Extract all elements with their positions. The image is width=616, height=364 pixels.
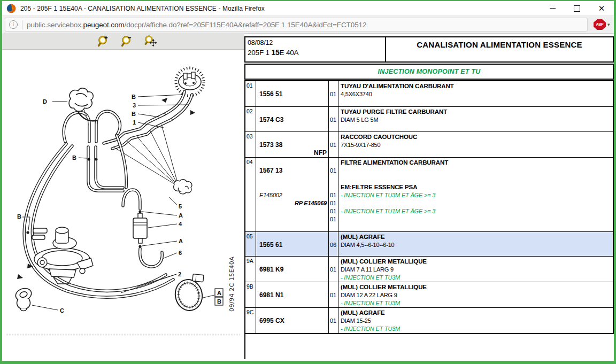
reference-bold: 15 (271, 48, 279, 57)
document-banner: INJECTION MONOPOINT ET TU (244, 64, 614, 80)
table-row[interactable]: 9C 6995 CX 01 (MUL) AGRAFEDIAM 15-25- IN… (245, 308, 613, 333)
url-separator (22, 20, 22, 29)
hose-clamp-drawing (172, 272, 211, 313)
parts-table-body: 01 1556 51 01TUYAU D'ALIMENTATION CARBUR… (245, 81, 613, 333)
zoom-pan-icon[interactable] (144, 35, 157, 48)
document-reference: 205F 1 15E 40A (248, 48, 385, 57)
maximize-button[interactable] (565, 1, 589, 16)
row-part-number: 6981 K9 (256, 257, 329, 282)
window-border-bottom (0, 361, 616, 364)
row-index: 01 (245, 81, 256, 106)
table-row[interactable]: 9B 6981 N1 01 (MUL) COLLIER METALLIQUEDI… (245, 282, 613, 308)
diagram-label-2: 2 (178, 271, 181, 277)
row-quantity: 01 (329, 132, 338, 157)
row-description: FILTRE ALIMENTATION CARBURANT EM:FILTRE … (338, 158, 613, 231)
diagram-label-a2: A (179, 238, 183, 244)
diagram-label-b4: B (17, 213, 21, 220)
parts-table: 01 1556 51 01TUYAU D'ALIMENTATION CARBUR… (244, 80, 614, 334)
row-quantity: 01 (329, 282, 338, 307)
document-title: CANALISATION ALIMENTATION ESSENCE (417, 40, 582, 61)
table-row[interactable]: 04 1567 13 E145002RP E145069 01 01010101… (245, 158, 613, 232)
row-part-number: 1567 13 E145002RP E145069 (256, 158, 329, 231)
row-description: (MUL) COLLIER METALLIQUEDIAM 7 A 11 LARG… (338, 257, 613, 282)
window-controls: ✕ (540, 1, 614, 16)
close-button[interactable]: ✕ (589, 1, 614, 16)
row-part-number: 1556 51 (256, 81, 329, 106)
document-date: 08/08/12 (248, 39, 385, 47)
document-banner-text: INJECTION MONOPOINT ET TU (378, 68, 481, 75)
table-row[interactable]: 03 1573 38NFP 01 RACCORD CAOUTCHOUC7X15-… (245, 132, 613, 158)
diagram-label-5: 5 (179, 203, 182, 210)
zoom-out-icon[interactable] (121, 35, 134, 48)
row-index: 9B (245, 282, 256, 307)
row-quantity: 01 (329, 81, 338, 106)
row-index: 9C (245, 308, 256, 333)
clip-d-drawing (69, 88, 93, 111)
adblock-caret-icon[interactable]: ▾ (607, 22, 610, 27)
url-text: public.servicebox.peugeot.com/docpr/affi… (27, 21, 366, 29)
window-border-left (0, 0, 2, 364)
document-header: 08/08/12 205F 1 15E 40A CANALISATION ALI… (244, 36, 614, 63)
row-description: (MUL) AGRAFEDIAM 4,5--6-10--6-10 (338, 232, 613, 256)
adblock-icon[interactable]: ABP (594, 19, 606, 30)
maximize-icon (574, 5, 580, 12)
window-border-right (614, 0, 616, 364)
row-description: RACCORD CAOUTCHOUC7X15-9X17-850 (338, 132, 613, 157)
row-quantity: 01 (329, 308, 338, 333)
row-quantity: 01 (329, 257, 338, 282)
table-row[interactable]: 01 1556 51 01TUYAU D'ALIMENTATION CARBUR… (245, 81, 613, 107)
diagram-side-code: 09/94 2C 15E40A (228, 257, 235, 312)
diagram-label-1: 1 (133, 119, 136, 126)
row-description: TUYAU PURGE FILTRE CARBURANTDIAM 5 LG 5M (338, 107, 613, 131)
parts-diagram[interactable]: A B D B 3 B 1 B B 5 A 4 A 6 2 C 09/94 2C… (2, 50, 244, 338)
row-part-number: 1573 38NFP (256, 132, 329, 157)
url-input[interactable]: i public.servicebox.peugeot.com/docpr/af… (5, 18, 588, 32)
url-path: /docpr/affiche.do?ref=205F115E40A&refaff… (124, 21, 366, 29)
row-index: 05 (245, 232, 256, 256)
url-bar: i public.servicebox.peugeot.com/docpr/af… (2, 16, 614, 34)
window-title: 205 - 205F 1 15E40A - CANALISATION ALIME… (20, 5, 265, 12)
row-quantity: 01 01010101 (329, 158, 338, 231)
document-header-left: 08/08/12 205F 1 15E 40A (245, 37, 386, 61)
diagram-label-b1: B (132, 94, 136, 100)
fuel-tank-sender-drawing (176, 68, 204, 96)
firefox-icon (6, 4, 16, 13)
row-part-number: 1565 61 (256, 232, 329, 256)
table-row[interactable]: 05 1565 61 06(MUL) AGRAFEDIAM 4,5--6-10-… (245, 232, 613, 257)
zoom-in-icon[interactable] (97, 35, 110, 48)
reference-prefix: 205F 1 (248, 49, 271, 57)
minimize-button[interactable] (540, 1, 565, 16)
browser-window: 205 - 205F 1 15E40A - CANALISATION ALIME… (0, 0, 616, 364)
row-description: TUYAU D'ALIMENTATION CARBURANT4,5X6X3740 (338, 81, 613, 106)
row-description: (MUL) AGRAFEDIAM 15-25- INJECTION ET TU3… (338, 308, 613, 333)
parts-document: 08/08/12 205F 1 15E 40A CANALISATION ALI… (244, 33, 614, 359)
clip-cluster-drawing (174, 180, 192, 194)
info-icon[interactable]: i (9, 20, 18, 29)
table-left-border-extension (244, 334, 245, 359)
diagram-label-b2: B (132, 111, 136, 117)
title-bar: 205 - 205F 1 15E40A - CANALISATION ALIME… (2, 1, 614, 16)
row-part-number: 6995 CX (256, 308, 329, 333)
diagram-label-d: D (43, 98, 47, 105)
table-row[interactable]: 02 1574 C3 01TUYAU PURGE FILTRE CARBURAN… (245, 107, 613, 132)
row-index: 9A (245, 257, 256, 282)
row-quantity: 01 (329, 107, 338, 131)
diagram-label-c: C (60, 307, 64, 314)
row-index: 04 (245, 158, 256, 231)
diagram-label-a1: A (179, 212, 183, 219)
diagram-label-b3: B (72, 154, 76, 161)
url-host: peugeot.com (83, 21, 125, 29)
document-header-right: CANALISATION ALIMENTATION ESSENCE (386, 37, 613, 61)
window-border-top (0, 0, 616, 1)
diagram-label-3: 3 (133, 102, 136, 109)
clip-c-drawing (14, 286, 33, 311)
row-index: 02 (245, 107, 256, 131)
row-quantity: 06 (329, 232, 338, 256)
reference-suffix: E 40A (280, 49, 299, 57)
diagram-toolbar (2, 33, 244, 50)
diagram-label-6: 6 (179, 250, 182, 256)
row-index: 03 (245, 132, 256, 157)
diagram-label-4: 4 (179, 221, 182, 227)
diagram-label-b-box: B (217, 298, 221, 305)
table-row[interactable]: 9A 6981 K9 01 (MUL) COLLIER METALLIQUEDI… (245, 257, 613, 282)
